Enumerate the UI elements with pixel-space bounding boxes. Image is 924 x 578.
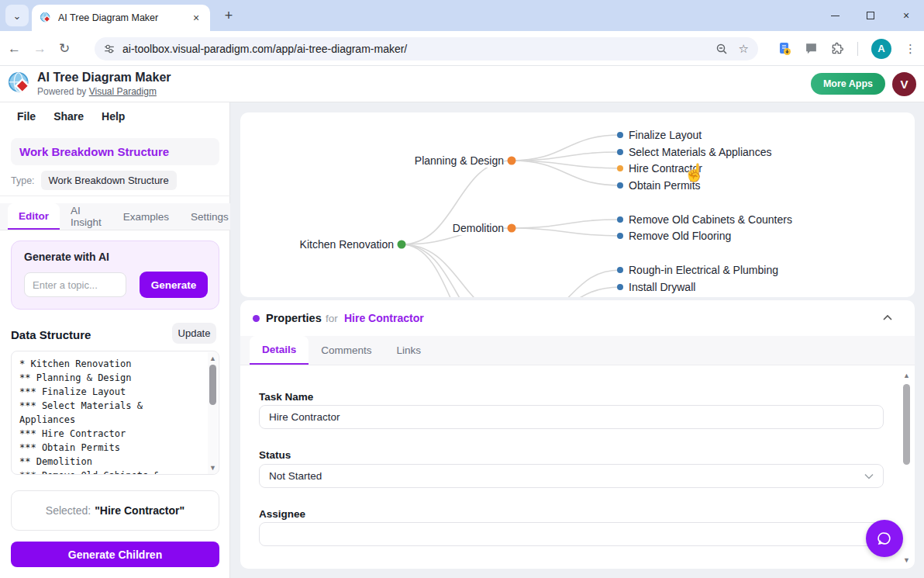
visual-paradigm-link[interactable]: Visual Paradigm [89, 86, 157, 97]
selected-node-box: Selected: "Hire Contractor" [11, 490, 219, 531]
assignee-label: Assignee [259, 508, 305, 520]
mouse-cursor-hand-icon: ☝ [684, 163, 705, 183]
tab-ai-insight[interactable]: AI Insight [60, 203, 112, 230]
browser-tabstrip: ⌄ AI Tree Diagram Maker × + × [0, 0, 924, 31]
maximize-icon [867, 12, 874, 19]
svg-text:Install Drywall: Install Drywall [629, 281, 695, 293]
bookmark-star-icon[interactable]: ☆ [739, 42, 749, 56]
menu-share[interactable]: Share [53, 110, 84, 123]
browser-toolbar: ← → ↻ ai-toolbox.visual-paradigm.com/app… [0, 31, 924, 66]
collapse-chevron-up-icon[interactable] [882, 313, 893, 321]
generate-panel-title: Generate with AI [24, 251, 109, 263]
svg-text:Remove Old Cabinets & Counters: Remove Old Cabinets & Counters [629, 213, 792, 226]
close-window-button[interactable]: × [888, 0, 924, 31]
svg-text:Rough-in Electrical & Plumbing: Rough-in Electrical & Plumbing [629, 264, 778, 276]
bullet-dot-icon [253, 315, 260, 322]
svg-text:Planning & Design: Planning & Design [415, 154, 504, 167]
site-settings-icon[interactable] [104, 43, 115, 54]
tab-comments[interactable]: Comments [309, 336, 384, 365]
new-tab-button[interactable]: + [219, 6, 238, 25]
properties-for-label: for [326, 313, 338, 324]
assignee-input[interactable] [259, 522, 884, 546]
powered-by: Powered by Visual Paradigm [37, 86, 157, 97]
divider [0, 196, 230, 196]
properties-title: Properties [266, 312, 322, 324]
selected-label: Selected: [46, 504, 91, 517]
app-title: AI Tree Diagram Maker [37, 71, 171, 85]
tab-links[interactable]: Links [384, 336, 434, 365]
type-label: Type: [11, 175, 35, 186]
data-structure-scrollbar[interactable]: ▲ ▼ [208, 352, 218, 475]
app-menu: File Share Help [17, 110, 125, 123]
sidebar: File Share Help Work Breakdown Structure… [0, 102, 230, 578]
comment-icon[interactable] [805, 42, 818, 55]
user-avatar[interactable]: V [892, 72, 916, 96]
tab-search-button[interactable]: ⌄ [5, 5, 29, 26]
extensions-puzzle-icon[interactable] [831, 42, 844, 55]
properties-scrollbar[interactable]: ▲ ▼ [902, 370, 912, 566]
app-logo [8, 71, 33, 97]
tab-editor[interactable]: Editor [8, 203, 60, 230]
minimize-icon [831, 16, 840, 16]
scroll-up-icon[interactable]: ▲ [903, 372, 910, 379]
chevron-down-icon [864, 473, 874, 479]
svg-text:Finalize Layout: Finalize Layout [629, 129, 702, 141]
maximize-button[interactable] [853, 0, 888, 31]
data-structure-editor[interactable]: * Kitchen Renovation ** Planning & Desig… [11, 351, 219, 475]
favicon-visual-paradigm [40, 12, 52, 24]
diagram-canvas[interactable]: Kitchen RenovationPlanning & DesignDemol… [240, 112, 915, 297]
properties-panel: Properties for Hire Contractor Details C… [240, 300, 915, 569]
type-row: Type: Work Breakdown Structure [11, 171, 177, 190]
chat-bubble-icon [876, 530, 893, 547]
properties-target: Hire Contractor [344, 312, 424, 324]
chevron-down-icon: ⌄ [13, 10, 22, 22]
forward-button[interactable]: → [33, 41, 47, 57]
scroll-up-icon[interactable]: ▲ [209, 355, 216, 362]
tree-svg: Kitchen RenovationPlanning & DesignDemol… [240, 112, 915, 297]
browser-menu-icon[interactable]: ⋮ [905, 42, 916, 56]
tab-title: AI Tree Diagram Maker [58, 12, 184, 23]
topic-input[interactable] [24, 272, 126, 297]
scroll-down-icon[interactable]: ▼ [903, 556, 910, 564]
status-select[interactable]: Not Started [259, 464, 884, 488]
back-button[interactable]: ← [8, 41, 21, 57]
task-name-input[interactable] [259, 405, 884, 429]
generate-with-ai-panel: Generate with AI Generate [11, 241, 219, 310]
status-value: Not Started [269, 470, 322, 482]
reload-button[interactable]: ↻ [59, 40, 70, 57]
type-value: Work Breakdown Structure [41, 171, 177, 190]
update-button[interactable]: Update [172, 323, 216, 344]
scrollbar-thumb[interactable] [903, 384, 910, 465]
url-text[interactable]: ai-toolbox.visual-paradigm.com/app/ai-tr… [122, 43, 708, 55]
app-header: AI Tree Diagram Maker Powered by Visual … [0, 66, 924, 102]
generate-children-button[interactable]: Generate Children [11, 542, 219, 567]
chat-fab-button[interactable] [866, 520, 903, 557]
menu-file[interactable]: File [17, 110, 36, 123]
zoom-out-icon[interactable] [715, 43, 728, 55]
properties-tabs: Details Comments Links [240, 336, 915, 365]
menu-help[interactable]: Help [102, 110, 125, 123]
browser-tab[interactable]: AI Tree Diagram Maker × [32, 5, 210, 31]
browser-profile-avatar[interactable]: A [871, 39, 891, 59]
sidebar-tabs: Editor AI Insight Examples Settings [0, 203, 230, 230]
main-area: Kitchen RenovationPlanning & DesignDemol… [230, 102, 924, 578]
document-title[interactable]: Work Breakdown Structure [11, 138, 219, 165]
data-structure-title: Data Structure [11, 328, 91, 341]
more-apps-button[interactable]: More Apps [811, 73, 885, 95]
svg-text:Kitchen Renovation: Kitchen Renovation [300, 238, 394, 251]
scrollbar-thumb[interactable] [209, 365, 216, 405]
generate-button[interactable]: Generate [140, 272, 208, 298]
data-structure-text[interactable]: * Kitchen Renovation ** Planning & Desig… [12, 351, 207, 475]
tab-details[interactable]: Details [250, 336, 309, 365]
tab-close-icon[interactable]: × [190, 12, 202, 24]
tab-examples[interactable]: Examples [112, 203, 180, 230]
address-bar[interactable]: ai-toolbox.visual-paradigm.com/app/ai-tr… [95, 37, 758, 61]
minimize-button[interactable] [817, 0, 853, 31]
scroll-down-icon[interactable]: ▼ [209, 465, 216, 472]
svg-text:Remove Old Flooring: Remove Old Flooring [629, 230, 731, 242]
selected-value: "Hire Contractor" [95, 504, 184, 517]
docs-extension-icon[interactable] [777, 42, 791, 56]
window-controls: × [817, 0, 924, 31]
svg-text:Demolition: Demolition [453, 222, 504, 234]
svg-text:Select Materials & Appliances: Select Materials & Appliances [629, 146, 771, 158]
